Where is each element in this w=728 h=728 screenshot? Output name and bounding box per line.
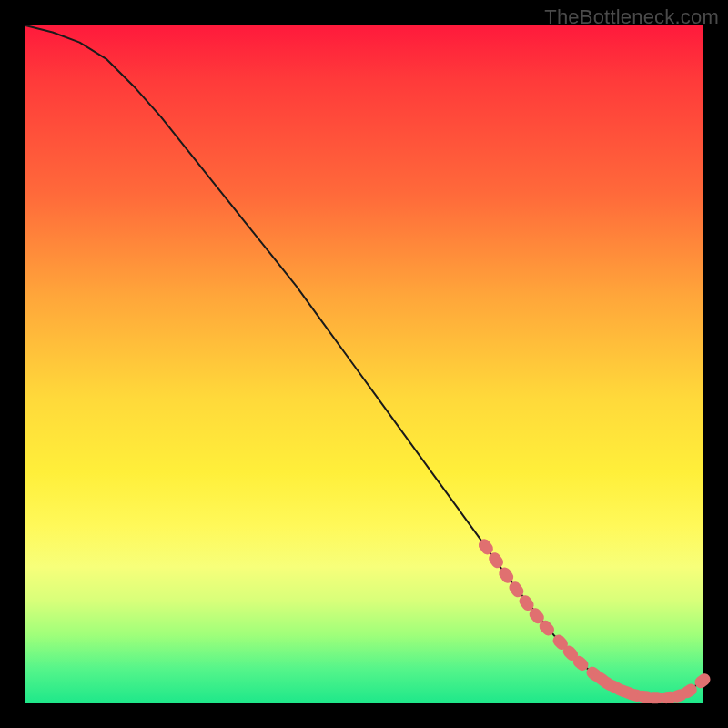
highlight-markers <box>476 537 713 704</box>
bottleneck-curve <box>25 25 703 698</box>
curve-svg <box>25 25 703 703</box>
chart-frame: TheBottleneck.com <box>0 0 728 728</box>
plot-area <box>25 25 703 703</box>
